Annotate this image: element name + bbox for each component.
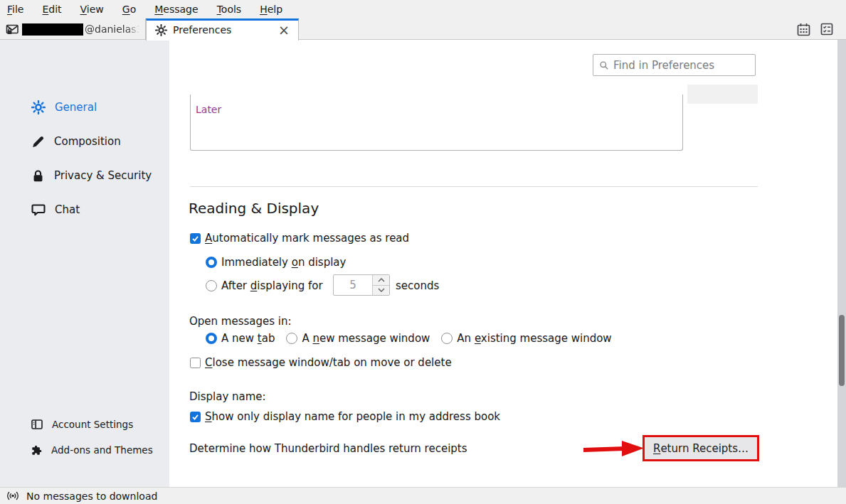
chevron-down-icon	[378, 288, 385, 292]
status-text: No messages to download	[26, 490, 157, 502]
spinner-down-button[interactable]	[373, 286, 389, 296]
section-divider	[190, 186, 758, 187]
red-highlight-box: Return Receipts…	[643, 435, 759, 461]
sidebar-item-account-settings[interactable]: Account Settings	[0, 413, 169, 436]
scrollbar-track[interactable]	[837, 40, 846, 487]
check-icon	[191, 235, 199, 242]
sidebar-item-general[interactable]: General	[0, 90, 169, 124]
delay-seconds-spinner[interactable]: 5	[333, 274, 390, 296]
menu-bar: File Edit View Go Message Tools Help	[0, 0, 846, 18]
section-title-reading-display: Reading & Display	[189, 199, 319, 218]
lock-icon	[31, 169, 45, 183]
red-arrow-annotation	[582, 439, 645, 461]
puzzle-icon	[31, 445, 42, 456]
check-icon	[191, 413, 199, 421]
preferences-tab-label: Preferences	[173, 24, 277, 36]
tags-listbox[interactable]: Later	[190, 95, 683, 151]
sidebar-footer-label: Add-ons and Themes	[51, 444, 153, 456]
close-tab-icon[interactable]: ×	[277, 24, 291, 36]
open-messages-radio-group: A new tab A new message window An existi…	[206, 332, 612, 345]
sidebar-footer-label: Account Settings	[52, 419, 133, 430]
search-field[interactable]	[593, 54, 756, 76]
tab-preferences[interactable]: Preferences ×	[146, 18, 299, 41]
chevron-up-icon	[378, 278, 385, 282]
existing-window-radio[interactable]	[441, 333, 453, 344]
after-displaying-radio[interactable]	[206, 280, 217, 291]
new-tab-radio[interactable]	[206, 333, 217, 344]
account-settings-icon	[31, 419, 43, 429]
display-name-label: Display name:	[189, 390, 266, 403]
menu-help[interactable]: Help	[260, 4, 282, 15]
return-receipts-button[interactable]: Return Receipts…	[645, 437, 757, 459]
mail-lock-icon	[6, 23, 19, 36]
mark-read-checkbox[interactable]	[190, 233, 201, 244]
spinner-buttons	[372, 275, 389, 295]
sidebar-item-chat[interactable]: Chat	[0, 193, 169, 227]
immediately-label: Immediately on display	[221, 256, 346, 269]
after-displaying-row: After displaying for	[206, 279, 323, 292]
sidebar-item-addons-themes[interactable]: Add-ons and Themes	[0, 439, 169, 461]
menu-tools[interactable]: Tools	[217, 4, 242, 15]
status-bar: No messages to download	[0, 487, 846, 504]
seconds-label: seconds	[396, 279, 439, 292]
chat-icon	[31, 203, 46, 217]
clipped-button-remnant	[687, 85, 758, 104]
close-on-move-checkbox[interactable]	[190, 358, 201, 368]
scrollbar-thumb[interactable]	[839, 315, 845, 386]
tabbar-toolbar	[797, 18, 833, 40]
show-display-name-row: Show only display name for people in my …	[190, 410, 500, 423]
show-display-name-label: Show only display name for people in my …	[205, 410, 500, 423]
sidebar-item-label: General	[55, 101, 97, 114]
search-icon	[599, 60, 609, 70]
sidebar-item-composition[interactable]: Composition	[0, 124, 169, 159]
sidebar-item-label: Chat	[55, 203, 80, 216]
open-messages-label: Open messages in:	[189, 315, 292, 328]
sidebar-item-label: Composition	[54, 135, 121, 148]
mark-read-label: Automatically mark messages as read	[205, 232, 409, 245]
show-display-name-checkbox[interactable]	[190, 412, 201, 422]
account-tab-label: @danielas3rtn5	[85, 23, 141, 35]
broadcast-status-icon	[6, 490, 19, 501]
calendar-tab-icon[interactable]	[797, 23, 810, 36]
close-on-move-row: Close message window/tab on move or dele…	[190, 356, 452, 369]
menu-file[interactable]: File	[7, 4, 23, 15]
menu-go[interactable]: Go	[122, 4, 136, 15]
receipts-description: Determine how Thunderbird handles return…	[189, 442, 467, 455]
close-on-move-label: Close message window/tab on move or dele…	[205, 356, 452, 369]
existing-window-label: An existing message window	[457, 332, 611, 345]
gear-icon	[155, 24, 167, 36]
menu-message[interactable]: Message	[154, 4, 198, 15]
menu-view[interactable]: View	[80, 4, 104, 15]
mark-read-row: Automatically mark messages as read	[190, 232, 409, 245]
delay-seconds-value[interactable]: 5	[334, 275, 372, 295]
redaction-box	[22, 23, 83, 36]
immediately-radio[interactable]	[206, 257, 217, 268]
sidebar-item-privacy-security[interactable]: Privacy & Security	[0, 159, 169, 193]
menu-edit[interactable]: Edit	[42, 4, 61, 15]
new-tab-label: A new tab	[221, 332, 275, 345]
immediately-row: Immediately on display	[206, 256, 346, 269]
search-input[interactable]	[613, 59, 755, 72]
tag-item-later[interactable]: Later	[191, 95, 682, 115]
after-displaying-label: After displaying for	[221, 279, 323, 292]
gear-icon	[31, 100, 46, 114]
spinner-up-button[interactable]	[373, 275, 389, 286]
sidebar-item-label: Privacy & Security	[54, 169, 152, 182]
new-window-label: A new message window	[302, 332, 430, 345]
pencil-icon	[31, 135, 45, 149]
tasks-tab-icon[interactable]	[820, 23, 833, 36]
new-window-radio[interactable]	[286, 333, 297, 344]
tab-mail-account[interactable]: @danielas3rtn5	[0, 18, 146, 40]
